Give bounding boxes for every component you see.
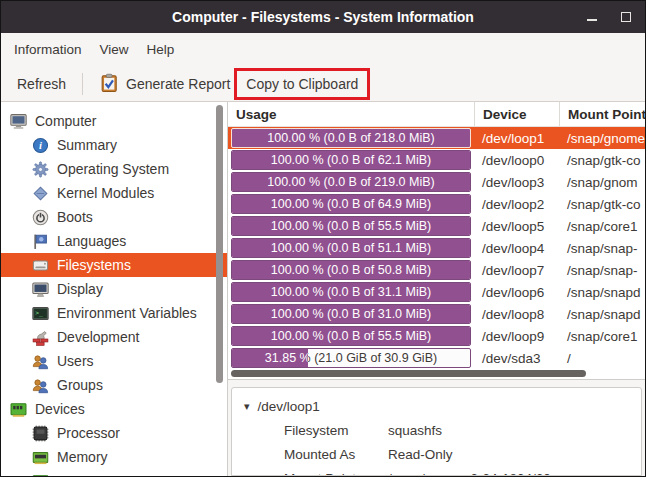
sidebar-item-environment-variables[interactable]: >_Environment Variables <box>1 301 227 325</box>
toolbar-separator <box>82 73 83 95</box>
svg-text:i: i <box>39 140 42 151</box>
display-icon <box>31 280 49 298</box>
usage-progress-bar: 100.00 % (0.0 B of 62.1 MiB)100.00 % (0.… <box>231 150 471 170</box>
horizontal-scrollbar[interactable] <box>231 370 586 377</box>
expander-triangle-icon: ▾ <box>244 400 250 413</box>
sidebar-item-processor[interactable]: Processor <box>1 421 227 445</box>
usage-cell: 100.00 % (0.0 B of 219.0 MiB)100.00 % (0… <box>228 172 474 192</box>
device-cell: /dev/sda3 <box>474 351 559 366</box>
sidebar-item-filesystems[interactable]: Filesystems <box>1 253 227 277</box>
sidebar-item-boots[interactable]: Boots <box>1 205 227 229</box>
usage-progress-bar: 100.00 % (0.0 B of 31.1 MiB)100.00 % (0.… <box>231 282 471 302</box>
sidebar-item-label: Boots <box>57 209 93 225</box>
details-field-value: Read-Only <box>388 447 453 462</box>
info-icon: i <box>31 136 49 154</box>
sidebar-item-label: Users <box>57 353 94 369</box>
filesystems-table: Usage Device Mount Point 100.00 % (0.0 B… <box>228 102 645 380</box>
terminal-icon: >_ <box>31 304 49 322</box>
table-row[interactable]: 100.00 % (0.0 B of 55.5 MiB)100.00 % (0.… <box>228 215 645 237</box>
main-pane: Usage Device Mount Point 100.00 % (0.0 B… <box>228 102 645 476</box>
details-expander[interactable]: ▾ /dev/loop1 <box>244 394 641 418</box>
menu-help[interactable]: Help <box>138 37 184 62</box>
usage-cell: 100.00 % (0.0 B of 55.5 MiB)100.00 % (0.… <box>228 326 474 346</box>
drive-icon <box>31 256 49 274</box>
sidebar-item-operating-system[interactable]: Operating System <box>1 157 227 181</box>
table-header: Usage Device Mount Point <box>228 102 645 127</box>
table-row[interactable]: 100.00 % (0.0 B of 51.1 MiB)100.00 % (0.… <box>228 237 645 259</box>
sidebar-item-languages[interactable]: Languages <box>1 229 227 253</box>
details-field-mount-point: Mount Point/snap/gnome-3-34-1804/60 <box>244 466 641 476</box>
minimize-button[interactable] <box>585 10 599 24</box>
table-row[interactable]: 100.00 % (0.0 B of 55.5 MiB)100.00 % (0.… <box>228 325 645 347</box>
sidebar-item-computer[interactable]: Computer <box>1 109 227 133</box>
minimize-icon <box>587 19 597 21</box>
sidebar-item-display[interactable]: Display <box>1 277 227 301</box>
details-panel: ▾ /dev/loop1 FilesystemsquashfsMounted A… <box>231 387 642 476</box>
menu-information[interactable]: Information <box>5 37 91 62</box>
memory-icon <box>31 448 49 466</box>
table-row[interactable]: 100.00 % (0.0 B of 31.1 MiB)100.00 % (0.… <box>228 281 645 303</box>
usage-cell: 100.00 % (0.0 B of 55.5 MiB)100.00 % (0.… <box>228 216 474 236</box>
mount-point-cell: /snap/core1 <box>559 219 645 234</box>
mount-point-cell: /snap/snap- <box>559 241 645 256</box>
mount-point-cell: /snap/snapd <box>559 307 645 322</box>
usage-cell: 100.00 % (0.0 B of 31.1 MiB)100.00 % (0.… <box>228 282 474 302</box>
window-title: Computer - Filesystems - System Informat… <box>1 9 645 25</box>
sidebar-item-partial[interactable] <box>1 469 227 476</box>
usage-progress-bar: 100.00 % (0.0 B of 219.0 MiB)100.00 % (0… <box>231 172 471 192</box>
sidebar-scrollbar[interactable] <box>216 105 223 383</box>
device-cell: /dev/loop8 <box>474 307 559 322</box>
sidebar-item-memory[interactable]: Memory <box>1 445 227 469</box>
sidebar-item-label: Environment Variables <box>57 305 197 321</box>
column-header-usage[interactable]: Usage <box>228 102 474 126</box>
maximize-button[interactable] <box>619 10 633 24</box>
usage-cell: 31.85 % (21.0 GiB of 30.9 GiB)31.85 % (2… <box>228 348 474 368</box>
table-row[interactable]: 31.85 % (21.0 GiB of 30.9 GiB)31.85 % (2… <box>228 347 645 369</box>
sidebar-item-development[interactable]: Development <box>1 325 227 349</box>
flag-icon <box>31 232 49 250</box>
table-row[interactable]: 100.00 % (0.0 B of 219.0 MiB)100.00 % (0… <box>228 171 645 193</box>
mount-point-cell: /snap/snap- <box>559 263 645 278</box>
details-device-label: /dev/loop1 <box>258 399 320 414</box>
sidebar-item-kernel-modules[interactable]: Kernel Modules <box>1 181 227 205</box>
menu-bar: Information View Help <box>1 33 645 66</box>
sidebar-item-devices[interactable]: Devices <box>1 397 227 421</box>
circuit-board-icon <box>31 472 49 476</box>
maximize-icon <box>621 12 631 22</box>
usage-cell: 100.00 % (0.0 B of 64.9 MiB)100.00 % (0.… <box>228 194 474 214</box>
table-row[interactable]: 100.00 % (0.0 B of 50.8 MiB)100.00 % (0.… <box>228 259 645 281</box>
mount-point-cell: /snap/core1 <box>559 329 645 344</box>
column-header-mount-point[interactable]: Mount Point <box>559 102 645 126</box>
table-row[interactable]: 100.00 % (0.0 B of 64.9 MiB)100.00 % (0.… <box>228 193 645 215</box>
power-icon <box>31 208 49 226</box>
refresh-button[interactable]: Refresh <box>9 72 74 96</box>
device-cell: /dev/loop1 <box>474 131 559 146</box>
device-cell: /dev/loop5 <box>474 219 559 234</box>
sidebar-item-groups[interactable]: Groups <box>1 373 227 397</box>
device-cell: /dev/loop7 <box>474 263 559 278</box>
usage-cell: 100.00 % (0.0 B of 51.1 MiB)100.00 % (0.… <box>228 238 474 258</box>
table-row[interactable]: 100.00 % (0.0 B of 218.0 MiB)100.00 % (0… <box>228 127 645 149</box>
table-row[interactable]: 100.00 % (0.0 B of 31.0 MiB)100.00 % (0.… <box>228 303 645 325</box>
svg-text:>_: >_ <box>35 309 43 317</box>
usage-progress-bar: 100.00 % (0.0 B of 64.9 MiB)100.00 % (0.… <box>231 194 471 214</box>
usage-progress-bar: 100.00 % (0.0 B of 55.5 MiB)100.00 % (0.… <box>231 326 471 346</box>
copy-to-clipboard-button[interactable]: Copy to Clipboard <box>238 72 366 96</box>
mount-point-cell: /snap/gtk-co <box>559 197 645 212</box>
menu-view[interactable]: View <box>91 37 138 62</box>
column-header-device[interactable]: Device <box>474 102 559 126</box>
details-field-value: /snap/gnome-3-34-1804/60 <box>388 471 551 477</box>
sidebar-item-label: Computer <box>35 113 96 129</box>
device-cell: /dev/loop4 <box>474 241 559 256</box>
details-field-filesystem: Filesystemsquashfs <box>244 418 641 442</box>
generate-report-button[interactable]: Generate Report <box>91 69 238 98</box>
table-row[interactable]: 100.00 % (0.0 B of 62.1 MiB)100.00 % (0.… <box>228 149 645 171</box>
users-icon <box>31 352 49 370</box>
window-controls <box>585 10 645 24</box>
sidebar-item-summary[interactable]: iSummary <box>1 133 227 157</box>
sidebar-item-users[interactable]: Users <box>1 349 227 373</box>
sidebar-item-label: Operating System <box>57 161 169 177</box>
mount-point-cell: /snap/gnome-3-34-1804/60 <box>559 131 645 146</box>
usage-cell: 100.00 % (0.0 B of 218.0 MiB)100.00 % (0… <box>228 128 474 148</box>
device-cell: /dev/loop9 <box>474 329 559 344</box>
